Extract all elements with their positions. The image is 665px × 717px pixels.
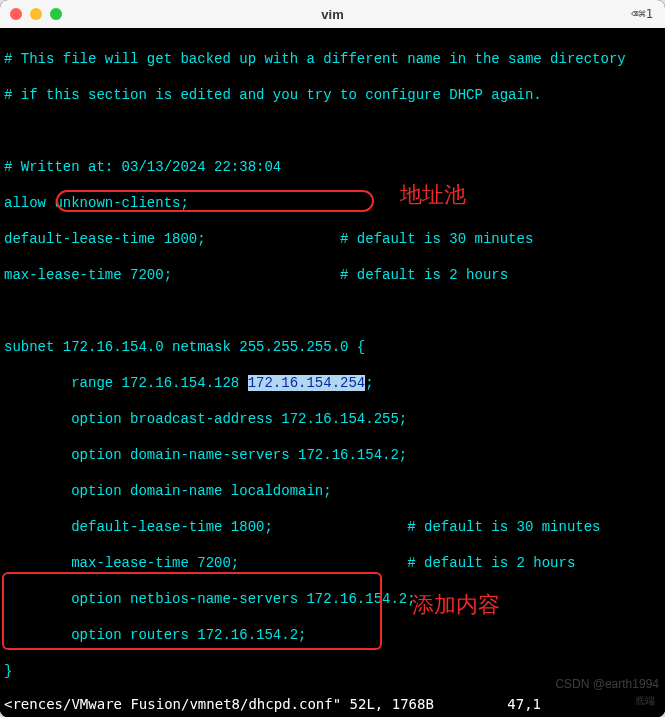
code-line: # This file will get backed up with a di… bbox=[4, 50, 661, 68]
code-text: ; bbox=[365, 375, 373, 391]
code-line: default-lease-time 1800; # default is 30… bbox=[4, 518, 661, 536]
selected-text: 172.16.154.254 bbox=[248, 375, 366, 391]
status-file: <rences/VMware Fusion/vmnet8/dhcpd.conf"… bbox=[4, 695, 434, 713]
window-shortcut-label: ⌫⌘1 bbox=[631, 7, 653, 21]
terminal-content[interactable]: # This file will get backed up with a di… bbox=[0, 28, 665, 717]
code-line: default-lease-time 1800; # default is 30… bbox=[4, 230, 661, 248]
close-button[interactable] bbox=[10, 8, 22, 20]
code-line bbox=[4, 302, 661, 320]
code-line: # Written at: 03/13/2024 22:38:04 bbox=[4, 158, 661, 176]
code-line: option routers 172.16.154.2; bbox=[4, 626, 661, 644]
terminal-window: vim ⌫⌘1 # This file will get backed up w… bbox=[0, 0, 665, 717]
code-line: option broadcast-address 172.16.154.255; bbox=[4, 410, 661, 428]
code-line: # if this section is edited and you try … bbox=[4, 86, 661, 104]
code-line: option domain-name localdomain; bbox=[4, 482, 661, 500]
code-line: option domain-name-servers 172.16.154.2; bbox=[4, 446, 661, 464]
code-line: range 172.16.154.128 172.16.154.254; bbox=[4, 374, 661, 392]
window-title: vim bbox=[321, 7, 343, 22]
titlebar: vim ⌫⌘1 bbox=[0, 0, 665, 28]
traffic-lights bbox=[10, 8, 62, 20]
status-tiny: 底端 bbox=[635, 693, 659, 711]
watermark-area: CSDN @earth1994 底端 bbox=[555, 675, 659, 711]
zoom-button[interactable] bbox=[50, 8, 62, 20]
code-text: range 172.16.154.128 bbox=[4, 375, 248, 391]
code-line: subnet 172.16.154.0 netmask 255.255.255.… bbox=[4, 338, 661, 356]
code-line bbox=[4, 122, 661, 140]
code-line: option netbios-name-servers 172.16.154.2… bbox=[4, 590, 661, 608]
code-line: max-lease-time 7200; # default is 2 hour… bbox=[4, 266, 661, 284]
code-line: max-lease-time 7200; # default is 2 hour… bbox=[4, 554, 661, 572]
code-line: allow unknown-clients; bbox=[4, 194, 661, 212]
watermark: CSDN @earth1994 bbox=[555, 675, 659, 693]
minimize-button[interactable] bbox=[30, 8, 42, 20]
